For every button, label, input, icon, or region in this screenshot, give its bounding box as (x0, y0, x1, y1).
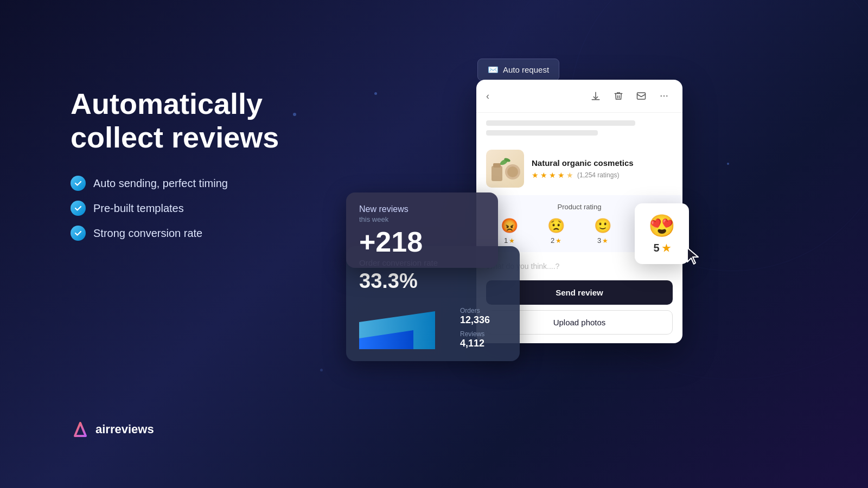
reviews-label: Reviews (460, 330, 490, 338)
svg-rect-8 (493, 163, 501, 168)
new-reviews-label: New reviews (359, 204, 485, 214)
check-icon-3 (71, 226, 86, 241)
orders-value: 12,336 (460, 314, 490, 326)
rating-option-3[interactable]: 🙂 3★ (594, 217, 611, 245)
conversion-stats: Orders 12,336 Reviews 4,112 (460, 307, 490, 349)
svg-point-6 (666, 95, 667, 97)
rating-num-2: 2★ (551, 236, 561, 245)
popup-star: ★ (662, 242, 671, 254)
auto-request-label: Auto request (503, 65, 549, 74)
star-1: ★ (532, 171, 539, 179)
cursor-arrow (686, 247, 701, 269)
rating-5-popup: 😍 5 ★ (635, 203, 689, 264)
content-line-1 (486, 120, 635, 126)
svg-rect-7 (492, 166, 502, 181)
popup-emoji: 😍 (648, 213, 675, 239)
logo: airreviews (71, 420, 154, 439)
product-name: Natural organic cosmetics (532, 158, 673, 168)
angry-emoji: 😡 (501, 217, 518, 234)
conversion-chart-area: Orders 12,336 Reviews 4,112 (359, 300, 507, 349)
rating-option-2[interactable]: 😟 2★ (547, 217, 565, 245)
hero-title: Automatically collect reviews (71, 87, 342, 154)
new-reviews-card: New reviews this week +218 (346, 192, 498, 268)
feature-item-3: Strong conversion rate (71, 226, 342, 241)
svg-rect-3 (637, 93, 646, 99)
svg-point-4 (661, 95, 662, 97)
check-icon-1 (71, 176, 86, 191)
neutral-emoji: 🙂 (594, 217, 611, 234)
back-button[interactable]: ‹ (486, 91, 489, 102)
ratings-count: (1,254 ratings) (577, 171, 619, 179)
star-4: ★ (558, 171, 565, 179)
reviews-value: 4,112 (460, 338, 490, 349)
rating-num-1: 1★ (504, 236, 515, 245)
rating-num-3: 3★ (597, 236, 608, 245)
more-icon[interactable] (655, 87, 673, 105)
content-line-2 (486, 130, 598, 136)
product-details: Natural organic cosmetics ★ ★ ★ ★ ★ (1,2… (532, 158, 673, 179)
feature-item-1: Auto sending, perfect timing (71, 176, 342, 191)
svg-marker-0 (75, 423, 86, 436)
content-lines (476, 113, 682, 144)
download-icon[interactable] (587, 87, 604, 105)
product-info: Natural organic cosmetics ★ ★ ★ ★ ★ (1,2… (476, 144, 682, 195)
conversion-rate: 33.3% (359, 269, 507, 293)
product-image (486, 150, 524, 188)
check-icon-2 (71, 201, 86, 216)
feature-item-2: Pre-built templates (71, 201, 342, 216)
star-rating: ★ ★ ★ ★ ★ (1,254 ratings) (532, 171, 673, 179)
new-reviews-sublabel: this week (359, 215, 485, 223)
star-3: ★ (549, 171, 556, 179)
hero-section: Automatically collect reviews Auto sendi… (71, 87, 342, 241)
feature-list: Auto sending, perfect timing Pre-built t… (71, 176, 342, 241)
popup-num: 5 ★ (653, 242, 670, 254)
orders-stat: Orders 12,336 (460, 307, 490, 326)
svg-point-5 (663, 95, 665, 97)
sad-emoji: 😟 (547, 217, 565, 234)
logo-text: airreviews (95, 422, 154, 436)
conversion-chart (359, 300, 451, 349)
svg-point-10 (507, 166, 518, 177)
star-2: ★ (540, 171, 547, 179)
orders-label: Orders (460, 307, 490, 314)
trash-icon[interactable] (610, 87, 627, 105)
reviews-stat: Reviews 4,112 (460, 330, 490, 349)
card-toolbar: ‹ (476, 80, 682, 113)
share-icon[interactable] (633, 87, 650, 105)
rating-option-1[interactable]: 😡 1★ (501, 217, 518, 245)
star-5: ★ (566, 171, 573, 179)
new-reviews-count: +218 (359, 228, 485, 256)
envelope-icon: ✉️ (488, 65, 499, 75)
auto-request-button[interactable]: ✉️ Auto request (477, 59, 559, 81)
